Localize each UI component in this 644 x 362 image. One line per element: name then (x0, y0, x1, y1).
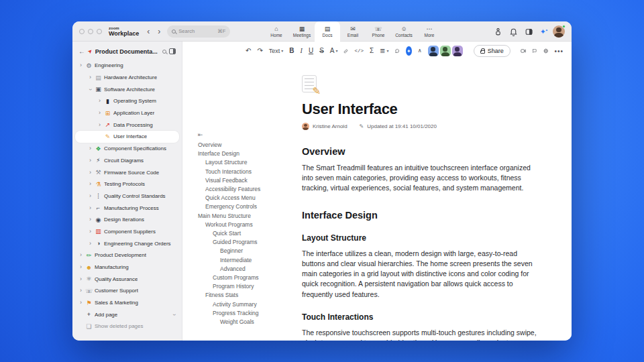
chevron-right-icon[interactable]: › (88, 229, 93, 234)
ai-companion-button[interactable]: ✦ (406, 46, 412, 56)
tab-more[interactable]: ⋯More (417, 21, 442, 42)
show-deleted-pages-button[interactable]: ›❏Show deleted pages (75, 320, 179, 333)
chevron-right-icon[interactable]: › (97, 111, 102, 115)
sidebar-item-engineering-change-orders[interactable]: ›◑Engineering Change Orders (75, 237, 179, 249)
italic-button[interactable]: I (301, 48, 303, 54)
outline-item-touch-interactions[interactable]: Touch Interactions (198, 168, 302, 176)
assistant-icon[interactable] (494, 27, 502, 36)
outline-item-main-menu-structure[interactable]: Main Menu Structure (198, 212, 302, 221)
sidebar-item-hardware-architecture[interactable]: ›▤Hardware Architecture (75, 72, 179, 84)
link-icon[interactable] (343, 48, 348, 55)
outline-item-fitness-stats[interactable]: Fitness Stats (198, 291, 302, 300)
sidebar-item-operating-system[interactable]: ›▮Operating System (75, 95, 179, 107)
outline-item-beginner[interactable]: Beginner (198, 247, 302, 255)
strikethrough-button[interactable]: S (319, 48, 324, 54)
tab-email[interactable]: ✉Email (340, 21, 366, 42)
sidebar-item-application-layer[interactable]: ›⊞Application Layer (75, 107, 179, 119)
chevron-right-icon[interactable]: › (78, 265, 83, 269)
tab-phone[interactable]: ☏Phone (366, 21, 391, 42)
underline-button[interactable]: U (309, 48, 313, 54)
chevron-down-icon[interactable]: › (88, 87, 93, 92)
add-page-button[interactable]: ›+Add page› (75, 308, 179, 320)
list-dropdown[interactable]: ≣▾ (380, 48, 388, 54)
collapse-toolbar-button[interactable]: ∧ (418, 48, 422, 54)
outline-item-guided-programs[interactable]: Guided Programs (198, 238, 302, 247)
chevron-right-icon[interactable]: › (78, 253, 83, 257)
collaborator-avatar[interactable] (428, 46, 439, 56)
tab-home[interactable]: ⌂Home (264, 21, 289, 42)
more-options-button[interactable]: ••• (554, 48, 564, 55)
chevron-right-icon[interactable]: › (97, 99, 102, 103)
text-style-dropdown[interactable]: Text▾ (269, 48, 284, 54)
sidebar-item-component-suppliers[interactable]: ›▥Component Suppliers (75, 226, 179, 238)
sidebar-item-customer-support[interactable]: ›☏Customer Support (75, 285, 179, 297)
video-camera-icon[interactable] (521, 47, 527, 55)
formula-button[interactable]: Σ (370, 48, 374, 54)
sidebar-item-data-processing[interactable]: ›↗Data Processing (75, 119, 179, 131)
chevron-right-icon[interactable]: › (88, 158, 93, 163)
close-window-button[interactable] (79, 29, 85, 34)
outline-item-emergency-controls[interactable]: Emergency Controls (198, 202, 302, 211)
user-avatar[interactable] (553, 25, 565, 38)
code-block-button[interactable]: </> (354, 48, 364, 54)
chevron-right-icon[interactable]: › (78, 288, 83, 293)
outline-item-program-history[interactable]: Program History (198, 282, 302, 291)
outline-item-quick-access-menu[interactable]: Quick Access Menu (198, 194, 302, 202)
sidebar-item-product-development[interactable]: ›✏Product Development (75, 249, 179, 261)
chevron-right-icon[interactable]: › (97, 123, 102, 127)
outline-item-visual-feedback[interactable]: Visual Feedback (198, 176, 302, 185)
nav-forward-button[interactable]: › (158, 27, 160, 36)
sidebar-item-engineering[interactable]: ›⚙Engineering (75, 60, 179, 72)
outline-item-layout-structure[interactable]: Layout Structure (198, 158, 302, 167)
chevron-right-icon[interactable]: › (88, 146, 93, 151)
chevron-right-icon[interactable]: › (88, 170, 93, 175)
sidebar-item-manufacturing-process[interactable]: ›⌐Manufacturing Process (75, 202, 179, 214)
outline-item-overview[interactable]: Overview (198, 141, 302, 149)
outline-item-advanced[interactable]: Advanced (198, 265, 302, 274)
tab-contacts[interactable]: ☺Contacts (391, 21, 417, 42)
chevron-right-icon[interactable]: › (88, 206, 93, 210)
minimize-window-button[interactable] (88, 29, 93, 34)
global-search-input[interactable]: Search ⌘F (167, 25, 230, 38)
sidebar-item-circuit-diagrams[interactable]: ›⚡Circuit Diagrams (75, 155, 179, 167)
outline-item-activity-summary[interactable]: Activity Summary (198, 300, 302, 309)
redo-button[interactable]: ↷ (257, 48, 262, 54)
outline-item-weight-goals[interactable]: Weight Goals (198, 318, 302, 326)
collaborator-avatar[interactable] (452, 46, 463, 56)
sidebar-item-design-iterations[interactable]: ›◉Design Iterations (75, 214, 179, 226)
sidebar-item-sales-marketing[interactable]: ›⚑Sales & Marketing (75, 297, 179, 309)
outline-item-workout-programs[interactable]: Workout Programs (198, 221, 302, 229)
sidebar-search-icon[interactable] (162, 50, 166, 54)
ai-sparkle-icon[interactable]: ✦✦ (540, 28, 546, 36)
outline-collapse-icon[interactable]: ⇤ (198, 131, 302, 138)
chevron-right-icon[interactable]: › (88, 217, 93, 222)
chat-icon[interactable] (532, 47, 537, 55)
sidebar-item-user-interface[interactable]: ›✎User Interface (75, 131, 179, 143)
chevron-right-icon[interactable]: › (78, 300, 83, 305)
outline-item-custom-programs[interactable]: Custom Programs (198, 274, 302, 282)
comment-icon[interactable] (394, 47, 400, 55)
chevron-right-icon[interactable]: › (88, 75, 93, 80)
zoom-window-button[interactable] (97, 29, 102, 34)
chevron-right-icon[interactable]: › (88, 182, 93, 186)
sidebar-item-testing-protocols[interactable]: ›⚗Testing Protocols (75, 178, 179, 190)
outline-item-interface-design[interactable]: Interface Design (198, 149, 302, 158)
side-panel-toggle-icon[interactable] (525, 27, 533, 36)
collaborator-avatar[interactable] (440, 46, 451, 56)
sidebar-item-firmware-source-code[interactable]: ›⚒Firmware Source Code (75, 166, 179, 178)
sidebar-collapse-icon[interactable] (169, 48, 176, 54)
outline-item-quick-start[interactable]: Quick Start (198, 229, 302, 238)
chevron-right-icon[interactable]: › (88, 241, 93, 246)
window-controls[interactable] (79, 29, 102, 34)
undo-button[interactable]: ↶ (246, 48, 251, 54)
share-button[interactable]: Share (474, 45, 511, 57)
tab-docs[interactable]: ▤Docs (315, 21, 340, 42)
outline-item-progress-tracking[interactable]: Progress Tracking (198, 309, 302, 318)
sidebar-back-button[interactable]: ← (78, 48, 85, 55)
globe-icon[interactable] (543, 47, 549, 55)
document-title[interactable]: User Interface (302, 101, 541, 118)
chevron-right-icon[interactable]: › (78, 277, 83, 282)
bold-button[interactable]: B (289, 48, 294, 54)
text-color-dropdown[interactable]: A▾ (330, 48, 338, 54)
document-body[interactable]: ✎ User Interface Kristine Arnold ✎ Updat… (302, 60, 572, 341)
